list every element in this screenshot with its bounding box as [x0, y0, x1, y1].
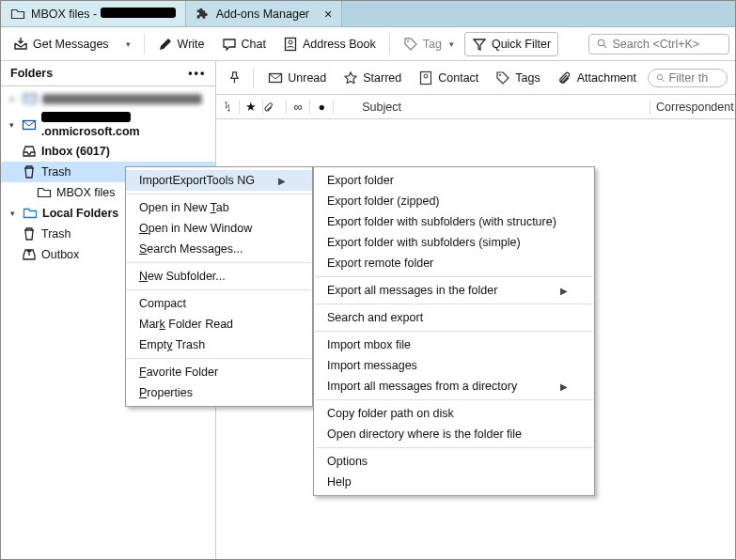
filter-input[interactable] [669, 71, 719, 85]
search-icon [597, 38, 607, 50]
folder-context-menu: ImportExportTools NG▶ Open in New Tab Op… [125, 166, 313, 407]
menu-open-new-tab[interactable]: Open in New Tab [126, 197, 312, 218]
col-subject[interactable]: Subject [334, 101, 650, 114]
menu-compact[interactable]: Compact [126, 293, 312, 314]
filter-tags[interactable]: Tags [490, 68, 545, 88]
address-book-icon [418, 70, 433, 86]
svg-point-2 [407, 40, 409, 42]
filter-unread[interactable]: Unread [262, 68, 332, 88]
submenu-search-export[interactable]: Search and export [314, 307, 594, 328]
col-read[interactable]: ● [310, 101, 333, 114]
col-star[interactable]: ★ [240, 100, 262, 114]
search-input[interactable] [612, 38, 721, 51]
menu-properties[interactable]: Properties [126, 382, 312, 403]
menu-importexport[interactable]: ImportExportTools NG▶ [126, 170, 312, 191]
outbox-icon [22, 247, 37, 262]
svg-point-10 [657, 74, 662, 79]
get-messages-dropdown[interactable]: ▾ [119, 36, 137, 53]
tag-button[interactable]: Tag▾ [397, 33, 461, 55]
main-toolbar: Get Messages ▾ Write Chat Address Book T… [1, 27, 735, 61]
mail-icon [23, 91, 38, 106]
filter-toolbar: Unread Starred Contact Tags Attachment [216, 61, 735, 95]
mail-icon [268, 70, 283, 86]
paperclip-icon [557, 70, 572, 86]
funnel-icon [472, 37, 487, 52]
trash-icon [22, 164, 37, 179]
star-icon [343, 70, 358, 86]
quick-filter-button[interactable]: Quick Filter [464, 32, 558, 56]
close-icon[interactable]: × [324, 7, 332, 22]
address-book-button[interactable]: Address Book [276, 33, 383, 55]
col-junk[interactable]: ∞ [287, 101, 309, 114]
column-headers: ᛪ ★ ∞ ● Subject Correspondent [216, 95, 735, 119]
svg-point-9 [499, 74, 501, 76]
folder-pane-header: Folders ••• [1, 61, 215, 86]
tab-label: Add-ons Manager [216, 8, 309, 21]
submenu-import-mbox[interactable]: Import mbox file [314, 334, 594, 355]
submenu-help[interactable]: Help [314, 472, 594, 492]
col-correspondent[interactable]: Correspondent [650, 101, 735, 114]
submenu-export-struct: Export folder with subfolders (with stru… [314, 211, 594, 232]
col-thread[interactable]: ᛪ [216, 101, 239, 114]
tab-mbox-files[interactable]: MBOX files - [1, 1, 186, 26]
tab-bar: MBOX files - Add-ons Manager × [1, 1, 735, 27]
submenu-export-all[interactable]: Export all messages in the folder▶ [314, 280, 594, 301]
svg-point-8 [424, 74, 428, 78]
tab-label: MBOX files - [31, 8, 176, 21]
search-icon [656, 72, 666, 84]
tag-icon [403, 37, 418, 52]
menu-open-new-window[interactable]: Open in New Window [126, 218, 312, 239]
get-messages-button[interactable]: Get Messages [7, 33, 116, 55]
submenu-options[interactable]: Options [314, 451, 594, 472]
tab-addons[interactable]: Add-ons Manager × [186, 1, 343, 26]
submenu-export-zip[interactable]: Export folder (zipped) [314, 191, 594, 211]
submenu-export-simple: Export folder with subfolders (simple) [314, 232, 594, 253]
svg-point-1 [289, 40, 292, 44]
download-mail-icon [13, 37, 28, 52]
menu-new-subfolder[interactable]: New Subfolder... [126, 266, 312, 287]
trash-icon [22, 226, 37, 241]
folder-icon [10, 7, 25, 22]
filter-attachment[interactable]: Attachment [552, 68, 642, 88]
submenu-import-messages[interactable]: Import messages [314, 355, 594, 376]
submenu-export-remote[interactable]: Export remote folder [314, 253, 594, 273]
write-button[interactable]: Write [151, 33, 211, 55]
pin-icon[interactable] [224, 68, 244, 88]
inbox-folder[interactable]: Inbox (6017) [1, 141, 215, 162]
folder-options-icon[interactable]: ••• [188, 67, 206, 80]
menu-mark-read[interactable]: Mark Folder Read [126, 314, 312, 334]
col-attachment[interactable] [263, 101, 286, 113]
tag-icon [495, 70, 510, 86]
filter-starred[interactable]: Starred [337, 68, 407, 88]
puzzle-icon [196, 7, 211, 22]
address-book-icon [283, 37, 298, 52]
filter-search[interactable] [648, 69, 728, 87]
submenu-export-folder[interactable]: Export folder [314, 170, 594, 191]
filter-contact[interactable]: Contact [413, 68, 484, 88]
inbox-icon [22, 144, 37, 159]
submenu-import-all[interactable]: Import all messages from a directory▶ [314, 376, 594, 397]
chat-icon [222, 37, 237, 52]
folder-icon [37, 185, 52, 200]
menu-search-messages[interactable]: Search Messages... [126, 239, 312, 259]
submenu-copy-path[interactable]: Copy folder path on disk [314, 403, 594, 424]
svg-point-3 [598, 39, 603, 45]
account-node[interactable]: ▾ .onmicrosoft.com [1, 109, 215, 141]
submenu-open-directory[interactable]: Open directory where is the folder file [314, 424, 594, 444]
importexport-submenu: Export folder Export folder (zipped) Exp… [313, 166, 595, 496]
menu-favorite[interactable]: Favorite Folder [126, 362, 312, 382]
mail-icon [22, 117, 37, 132]
account-node[interactable]: ▸ [1, 88, 215, 109]
folder-icon [23, 206, 38, 221]
chat-button[interactable]: Chat [215, 33, 273, 55]
pencil-icon [158, 37, 173, 52]
menu-empty-trash[interactable]: Empty Trash [126, 334, 312, 355]
global-search[interactable] [588, 34, 729, 54]
